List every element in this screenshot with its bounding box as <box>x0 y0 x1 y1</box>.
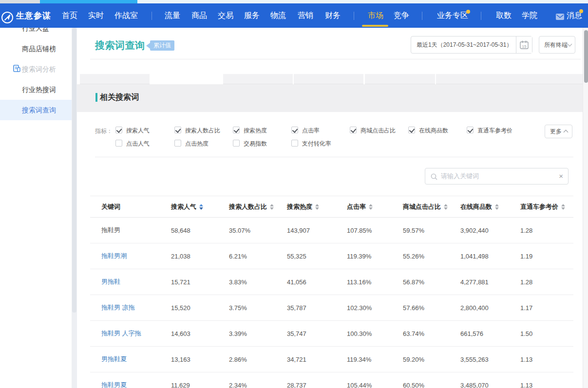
checkbox-online-products[interactable] <box>408 127 415 133</box>
calendar-icon[interactable]: 15 <box>516 37 532 53</box>
nav-market[interactable]: 市场 <box>368 11 383 20</box>
col-header-mall-click-ratio[interactable]: 商城点击占比 <box>403 203 460 211</box>
nav-service[interactable]: 服务 <box>244 11 260 20</box>
page-scrollbar[interactable] <box>583 28 588 388</box>
brand-name[interactable]: 生意参谋 <box>16 10 51 21</box>
metrics-label: 指标： <box>95 127 113 135</box>
nav-academy[interactable]: 学院 <box>522 11 537 20</box>
keyword-cell: 拖鞋男 <box>101 226 171 235</box>
checkbox-label[interactable]: 交易指数 <box>244 140 267 148</box>
keyword-link[interactable]: 拖鞋男 凉拖 <box>101 303 171 312</box>
keyword-link[interactable]: 拖鞋男夏 <box>101 381 171 388</box>
tab-4[interactable] <box>294 74 363 84</box>
col-header-online-products[interactable]: 在线商品数 <box>460 203 520 211</box>
checkbox-label[interactable]: 搜索人数占比 <box>185 127 220 134</box>
search-placeholder: 请输入关键词 <box>441 168 479 184</box>
top-strip-cyan <box>40 0 137 3</box>
brand-logo-icon[interactable] <box>1 11 14 26</box>
terminal-filter-dropdown[interactable]: 所有终端 <box>539 36 575 54</box>
tab-3[interactable] <box>223 74 293 84</box>
checkbox-search-heat[interactable] <box>233 127 240 133</box>
sidebar-scrollbar[interactable] <box>72 28 77 388</box>
col-header-click-rate[interactable]: 点击率 <box>347 203 403 211</box>
checkbox-click-rate[interactable] <box>291 127 298 133</box>
keyword-link[interactable]: 男拖鞋 <box>101 277 171 286</box>
section-accent-bar <box>95 93 97 102</box>
date-range-picker[interactable]: 最近1天（2017-05-31~2017-05-31） 15 <box>411 36 532 54</box>
nav-divider <box>354 12 354 20</box>
sidebar-scrollbar-thumb[interactable] <box>72 28 76 313</box>
tab-6[interactable] <box>436 74 583 84</box>
sidebar-item-search-word-analysis[interactable]: 搜索词分析 <box>0 59 72 79</box>
table-row: 男拖鞋 15,721 3.83% 41,056 113.16% 56.87% 4… <box>90 269 573 295</box>
nav-divider <box>152 12 152 20</box>
checkbox-click-popularity[interactable] <box>115 140 122 147</box>
search-icon <box>430 173 438 181</box>
nav-goods[interactable]: 商品 <box>191 11 207 20</box>
nav-war-room[interactable]: 作战室 <box>114 11 138 20</box>
nav-logistics[interactable]: 物流 <box>270 11 286 20</box>
checkbox-pay-conversion[interactable] <box>291 140 298 147</box>
top-navigation: 生意参谋 首页 实时 作战室 流量 商品 交易 服务 物流 营销 财务 市场 竞… <box>0 3 588 28</box>
col-header-ztc-reference-price[interactable]: 直通车参考价 <box>520 203 573 211</box>
browser-top-strip <box>0 0 588 3</box>
checkbox-label[interactable]: 搜索人气 <box>126 127 150 134</box>
tab-strip <box>77 74 583 84</box>
checkbox-label[interactable]: 支付转化率 <box>302 140 331 148</box>
top-strip-gray <box>0 0 40 3</box>
nav-home[interactable]: 首页 <box>62 11 77 20</box>
message-envelope-icon[interactable] <box>556 13 564 22</box>
nav-divider <box>422 12 422 20</box>
checkbox-mall-click-ratio[interactable] <box>350 127 357 133</box>
checkbox-click-heat[interactable] <box>174 140 181 147</box>
table-row: 拖鞋男 人字拖 14,603 3.39% 35,747 100.30% 63.7… <box>90 321 573 347</box>
nav-finance[interactable]: 财务 <box>325 11 341 20</box>
checkbox-label[interactable]: 点击人气 <box>126 140 150 148</box>
keyword-link[interactable]: 拖鞋男潮 <box>101 252 171 260</box>
checkbox-ztc-reference-price[interactable] <box>467 127 474 133</box>
sidebar-item-product-shop-rank[interactable]: 商品店铺榜 <box>0 38 72 59</box>
nav-traffic[interactable]: 流量 <box>165 11 180 20</box>
keyword-search-input[interactable]: 请输入关键词 × <box>425 168 569 185</box>
col-header-search-heat[interactable]: 搜索热度 <box>287 203 347 211</box>
nav-marketing[interactable]: 营销 <box>298 11 313 20</box>
col-header-search-popularity[interactable]: 搜索人气 <box>171 203 229 211</box>
checkbox-label[interactable]: 点击率 <box>302 127 320 134</box>
tab-5[interactable] <box>365 74 435 84</box>
divider <box>95 157 573 157</box>
table-row: 拖鞋男 凉拖 15,520 3.75% 35,787 102.30% 57.66… <box>90 295 573 321</box>
nav-trade[interactable]: 交易 <box>218 11 233 20</box>
sidebar-item-industry-hot-words[interactable]: 行业热搜词 <box>0 79 72 100</box>
table-row: 拖鞋男潮 21,038 6.21% 55,325 119.39% 55.26% … <box>90 243 573 269</box>
keyword-link[interactable]: 男拖鞋夏 <box>101 355 171 364</box>
checkbox-label[interactable]: 搜索热度 <box>244 127 267 134</box>
col-header-search-user-ratio[interactable]: 搜索人数占比 <box>229 203 287 211</box>
nav-business-zone[interactable]: 业务专区 <box>437 11 468 20</box>
nav-data-extract[interactable]: 取数 <box>496 11 512 20</box>
section-title-band: 相关搜索词 <box>77 84 583 112</box>
checkbox-label[interactable]: 点击热度 <box>185 140 209 148</box>
nav-active-underline <box>362 25 388 27</box>
page-title: 搜索词查询 <box>95 39 145 52</box>
col-header-keyword[interactable]: 关键词 <box>101 203 171 211</box>
checkbox-label[interactable]: 直通车参考价 <box>477 127 512 134</box>
search-words-table: 关键词 搜索人气 搜索人数占比 搜索热度 点击率 商城点击占比 在线商品数 直通… <box>90 196 573 388</box>
nav-competition[interactable]: 竞争 <box>394 11 409 20</box>
message-notification-dot <box>579 9 583 13</box>
checkbox-search-user-ratio[interactable] <box>174 127 181 133</box>
more-button[interactable]: 更多 <box>545 125 572 138</box>
checkbox-trade-index[interactable] <box>233 140 240 147</box>
tab-1[interactable] <box>80 74 150 84</box>
page-scrollbar-thumb[interactable] <box>584 30 588 83</box>
keyword-link[interactable]: 拖鞋男 人字拖 <box>101 329 171 338</box>
sidebar-item-search-word-query[interactable]: 搜索词查询 <box>0 100 72 120</box>
checkbox-search-popularity[interactable] <box>115 127 122 133</box>
table-row: 男拖鞋夏 13,163 2.86% 34,721 119.34% 59.20% … <box>90 347 573 372</box>
sidebar-item-industry-overview[interactable]: 行业大盘 <box>0 28 72 38</box>
clear-search-icon[interactable]: × <box>559 168 563 184</box>
nav-realtime[interactable]: 实时 <box>88 11 104 20</box>
checkbox-label[interactable]: 商城点击占比 <box>360 127 396 134</box>
chevron-up-icon <box>564 130 569 135</box>
divider <box>90 59 581 59</box>
checkbox-label[interactable]: 在线商品数 <box>419 127 448 134</box>
